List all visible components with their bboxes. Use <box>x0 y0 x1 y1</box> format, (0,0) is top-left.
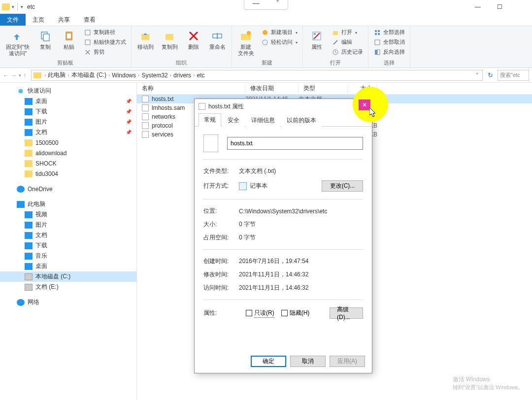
col-name[interactable]: 名称 <box>137 84 245 93</box>
pictures-icon <box>25 119 33 126</box>
crumb-system32[interactable]: System32 <box>139 72 169 79</box>
group-organize: 移动到 复制到 删除 重命名 组织 <box>132 26 232 67</box>
tab-view[interactable]: 查看 <box>77 14 102 26</box>
cut-button[interactable]: 剪切 <box>83 48 105 57</box>
file-icon <box>142 113 149 120</box>
forward-button[interactable]: → <box>11 72 17 79</box>
new-folder-button[interactable]: 新建 文件夹 <box>236 28 256 58</box>
sidebar-item-folder[interactable]: tidu3004 <box>0 168 136 179</box>
sidebar-item-pictures[interactable]: 图片 <box>0 220 136 230</box>
qa-overflow-icon[interactable]: ▾ <box>21 4 23 9</box>
new-item-button[interactable]: 新建项目▾ <box>260 28 299 37</box>
recent-locations-icon[interactable]: ▾ <box>19 73 21 78</box>
up-button[interactable]: ↑ <box>23 72 26 79</box>
open-icon <box>332 29 339 36</box>
dialog-titlebar[interactable]: hosts.txt 属性 <box>195 99 372 114</box>
paste-shortcut-button[interactable]: 粘贴快捷方式 <box>83 38 127 47</box>
readonly-checkbox[interactable]: 只读(R) <box>246 309 274 318</box>
open-button[interactable]: 打开▾ <box>331 28 358 37</box>
crumb-drivers[interactable]: drivers <box>171 72 193 79</box>
search-input[interactable]: 搜索"etc <box>498 70 529 81</box>
tab-general[interactable]: 常规 <box>199 113 221 127</box>
pin-icon: 📌 <box>126 119 132 125</box>
breadcrumb-dropdown-icon[interactable]: ˅ <box>476 72 478 78</box>
cancel-button[interactable]: 取消 <box>290 356 326 367</box>
delete-button[interactable]: 删除 <box>184 28 203 51</box>
svg-point-12 <box>263 30 267 35</box>
sidebar-network[interactable]: 网络 <box>0 297 136 307</box>
close-button[interactable] <box>510 0 532 14</box>
minimize-button[interactable]: — <box>467 0 489 14</box>
crumb-drive[interactable]: 本地磁盘 (C:) <box>69 71 108 79</box>
tab-share[interactable]: 共享 <box>51 14 77 26</box>
sidebar-item-documents[interactable]: 文档📌 <box>0 127 136 137</box>
sidebar-item-folder[interactable]: alidownload <box>0 148 136 158</box>
easy-access-button[interactable]: 轻松访问▾ <box>260 38 299 47</box>
sidebar-this-pc[interactable]: 此电脑 <box>0 199 136 209</box>
pin-quick-access-button[interactable]: 固定到"快 速访问" <box>4 28 32 58</box>
location-label: 位置: <box>203 207 239 215</box>
sidebar-item-desktop[interactable]: 桌面 <box>0 261 136 271</box>
sidebar-onedrive[interactable]: OneDrive <box>0 184 136 194</box>
folder-icon <box>25 139 33 146</box>
col-type[interactable]: 类型 <box>299 84 348 93</box>
sidebar-item-drive-c[interactable]: 本地磁盘 (C:) <box>0 271 136 282</box>
sidebar-item-downloads[interactable]: 下载📌 <box>0 106 136 117</box>
history-button[interactable]: 历史记录 <box>331 48 364 57</box>
tab-home[interactable]: 主页 <box>26 14 51 26</box>
bubble-chevron-icon[interactable]: ˅ <box>276 0 279 7</box>
tab-security[interactable]: 安全 <box>222 114 245 127</box>
group-label-organize: 组织 <box>176 58 187 67</box>
tab-file[interactable]: 文件 <box>0 14 26 26</box>
rename-button[interactable]: 重命名 <box>207 28 228 51</box>
select-all-button[interactable]: 全部选择 <box>372 28 406 37</box>
sidebar-item-folder[interactable]: 1500500 <box>0 137 136 148</box>
bubble-minimize-icon[interactable]: — <box>253 0 260 7</box>
select-all-icon <box>373 29 381 36</box>
tab-previous-versions[interactable]: 以前的版本 <box>281 114 322 127</box>
sizeondisk-label: 占用空间: <box>203 233 239 242</box>
sidebar-item-music[interactable]: 音乐 <box>0 251 136 261</box>
tab-details[interactable]: 详细信息 <box>246 114 280 127</box>
svg-rect-1 <box>43 34 49 41</box>
file-icon <box>142 104 149 111</box>
sidebar-quick-access[interactable]: 快速访问 <box>0 86 136 96</box>
ok-button[interactable]: 确定 <box>251 356 286 367</box>
refresh-button[interactable]: ↻ <box>485 71 496 79</box>
svg-rect-19 <box>378 30 380 32</box>
sizeondisk-value: 0 字节 <box>239 233 363 242</box>
filename-input[interactable]: hosts.txt <box>227 137 363 150</box>
paste-button[interactable]: 粘贴 <box>59 28 79 51</box>
sidebar-item-pictures[interactable]: 图片📌 <box>0 117 136 127</box>
select-none-button[interactable]: 全部取消 <box>372 38 406 47</box>
edit-button[interactable]: 编辑 <box>331 38 353 47</box>
sidebar-item-folder[interactable]: SHOCK <box>0 158 136 168</box>
col-date[interactable]: 修改日期 <box>245 84 299 93</box>
sidebar-item-drive-e[interactable]: 文档 (E:) <box>0 282 136 292</box>
maximize-button[interactable]: ☐ <box>489 0 510 14</box>
sidebar-item-desktop[interactable]: 桌面📌 <box>0 96 136 106</box>
copy-path-button[interactable]: 复制路径 <box>83 28 116 37</box>
properties-button[interactable]: 属性 <box>307 28 327 51</box>
qa-dropdown-icon[interactable]: ▾ <box>12 4 14 9</box>
change-button[interactable]: 更改(C)... <box>322 180 363 192</box>
hidden-checkbox[interactable]: 隐藏(H) <box>281 309 310 317</box>
crumb-pc[interactable]: 此电脑 <box>46 71 67 79</box>
copy-button[interactable]: 复制 <box>35 28 55 51</box>
sidebar-item-videos[interactable]: 视频 <box>0 209 136 220</box>
crumb-windows[interactable]: Windows <box>110 72 138 79</box>
move-to-button[interactable]: 移动到 <box>135 28 156 51</box>
file-icon <box>142 131 149 138</box>
copy-to-button[interactable]: 复制到 <box>160 28 180 51</box>
advanced-button[interactable]: 高级(D)... <box>330 307 363 319</box>
invert-selection-button[interactable]: 反向选择 <box>372 48 406 57</box>
dialog-close-button[interactable]: ✕ <box>359 100 370 110</box>
pin-icon <box>11 29 25 43</box>
paste-shortcut-icon <box>84 38 92 46</box>
breadcrumb[interactable]: › 此电脑› 本地磁盘 (C:)› Windows› System32› dri… <box>31 70 483 81</box>
back-button[interactable]: ← <box>3 72 9 79</box>
sidebar-item-downloads[interactable]: 下载 <box>0 240 136 251</box>
sidebar-item-documents[interactable]: 文档 <box>0 230 136 240</box>
apply-button[interactable]: 应用(A) <box>330 356 365 367</box>
crumb-etc[interactable]: etc <box>195 72 206 79</box>
